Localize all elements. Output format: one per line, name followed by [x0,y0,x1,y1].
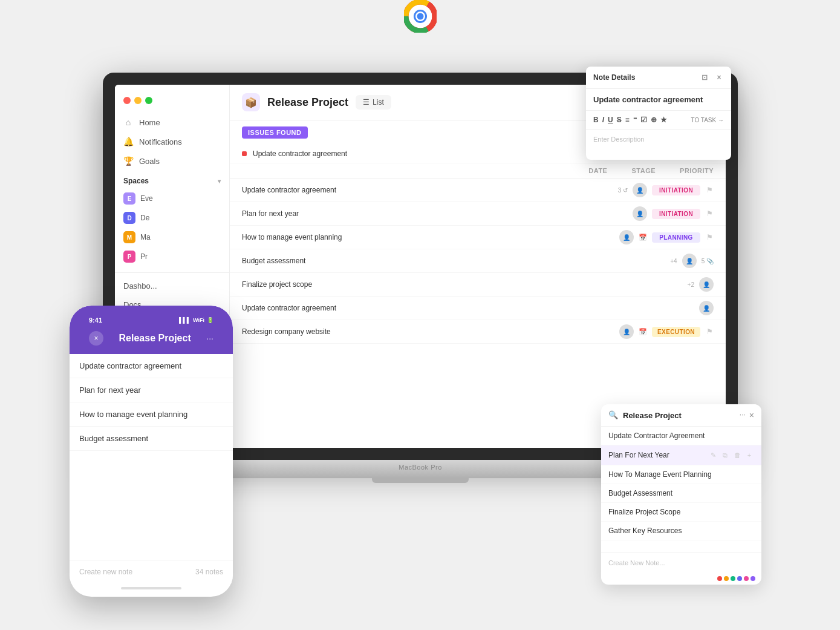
tab-list-button[interactable]: ☰ List [356,95,391,110]
avatar: 👤 [619,324,634,339]
project-title: Release Project [267,96,348,109]
minimize-button[interactable] [134,97,142,104]
maximize-button[interactable] [145,97,152,104]
dashboard-label: Dashbo... [123,281,157,290]
italic-button[interactable]: I [602,116,604,124]
avatar: 👤 [699,277,714,292]
strikethrough-button[interactable]: S [617,116,622,124]
notes-list-item[interactable]: Plan For Next Year ✎ ⧉ 🗑 + [601,445,761,465]
table-row[interactable]: How to manage event planning 👤 📅 PLANNIN… [230,226,726,249]
goals-label: Goals [139,157,160,166]
color-dot-indigo [737,576,742,581]
sidebar-item-home[interactable]: ⌂ Home [115,113,229,132]
space-item-product[interactable]: P Pr [115,247,229,266]
to-task-button[interactable]: TO TASK → [691,117,724,123]
macbook-notch [372,478,469,483]
note-toolbar: B I U S ≡ ⁼ ☑ ⊕ ★ TO TASK → [586,111,731,130]
link-button[interactable]: ⊕ [651,116,657,124]
color-dot-green [731,576,735,581]
table-row[interactable]: Update contractor agreement 👤 [230,297,726,320]
notes-list-item[interactable]: Gather Key Resources [601,522,761,540]
table-row[interactable]: Finalize project scope +2 👤 [230,273,726,297]
phone-status-bar: 9:41 ▌▌▌ WiFi 🔋 [79,312,223,326]
close-button[interactable] [123,97,131,104]
list-icon: ☰ [363,98,370,107]
add-icon[interactable]: + [744,450,754,460]
notes-list-item[interactable]: Update Contractor Agreement [601,427,761,445]
avatar: 👤 [619,230,634,244]
to-task-label: TO TASK → [691,117,724,123]
sidebar-item-dashboard[interactable]: Dashbo... [115,277,229,295]
notes-panel-header: 🔍 Release Project ··· × [601,404,761,427]
space-label-marketing: Ma [140,233,151,241]
close-popup-icon[interactable]: × [714,73,724,82]
edit-icon[interactable]: ✎ [708,450,718,460]
flag-icon: ⚑ [705,209,714,218]
spaces-label: Spaces [123,177,149,185]
sidebar-item-notifications[interactable]: 🔔 Notifications [115,132,229,151]
space-icon-marketing: M [123,231,135,243]
notes-list-item[interactable]: How To Manage Event Planning [601,465,761,484]
space-abbr-product: P [128,254,132,260]
underline-button[interactable]: U [608,116,613,124]
sidebar-item-goals[interactable]: 🏆 Goals [115,151,229,171]
header-date: DATE [588,167,607,174]
note-description-placeholder[interactable]: Enter Description [586,130,731,160]
chevron-down-icon[interactable]: ▾ [218,178,221,185]
restore-icon[interactable]: ⊡ [700,73,709,82]
checkbox-button[interactable]: ☑ [640,116,647,124]
phone-close-button[interactable]: × [89,331,103,346]
space-abbr-eve: E [128,195,132,202]
issues-task-text: Update contractor agreement [253,149,347,158]
space-abbr-design: D [127,215,131,221]
phone-note-item[interactable]: Plan for next year [70,378,233,402]
phone-footer: Create new note 34 notes [70,560,233,583]
task-dot [242,151,247,156]
table-row[interactable]: Update contractor agreement 3 ↺ 👤 INITIA… [230,179,726,202]
phone-more-button[interactable]: ··· [206,333,213,343]
create-note-input[interactable]: Create new note [79,568,132,576]
color-dot-purple [750,576,755,581]
ordered-list-button[interactable]: ⁼ [633,116,637,124]
popup-header: Note Details ⊡ × [586,67,731,89]
notes-list-item[interactable]: Finalize Project Scope [601,503,761,522]
phone-time: 9:41 [89,317,102,324]
space-item-marketing[interactable]: M Ma [115,228,229,247]
home-label: Home [139,118,160,127]
notes-panel-title: Release Project [623,411,735,420]
phone-home-indicator [121,587,181,589]
delete-icon[interactable]: 🗑 [732,450,742,460]
header-stage: STAGE [631,167,656,174]
close-icon: × [94,334,98,343]
table-row[interactable]: Redesign company website 👤 📅 EXECUTION ⚑ [230,320,726,344]
phone-note-item[interactable]: Budget assessment [70,427,233,451]
note-details-popup: Note Details ⊡ × Update contractor agree… [586,67,731,160]
space-label-eve: Eve [140,194,153,203]
space-abbr-marketing: M [127,234,132,241]
list-button[interactable]: ≡ [625,116,630,124]
space-item-design[interactable]: D De [115,208,229,228]
phone-note-item[interactable]: Update contractor agreement [70,354,233,378]
color-dot-yellow [724,576,729,581]
notes-more-button[interactable]: ··· [740,410,746,420]
phone-note-item[interactable]: How to manage event planning [70,402,233,427]
table-header: DATE STAGE PRIORITY [230,163,726,179]
stage-badge: INITIATION [652,185,700,195]
create-note-input[interactable]: Create New Note... [601,553,761,573]
search-icon[interactable]: 🔍 [608,410,618,420]
notifications-label: Notifications [139,137,182,146]
copy-icon[interactable]: ⧉ [720,450,730,460]
phone-project-title: Release Project [119,333,191,344]
header-priority: PRIORITY [680,167,714,174]
color-dot-pink [744,576,749,581]
table-row[interactable]: Budget assessment +4 👤 5 📎 [230,249,726,273]
star-button[interactable]: ★ [660,116,667,124]
calendar-icon: 📅 [639,234,647,241]
notes-panel-actions: ··· × [740,410,754,420]
calendar-icon-2: 📅 [639,328,647,336]
notes-list-item[interactable]: Budget Assessment [601,484,761,503]
table-row[interactable]: Plan for next year 👤 INITIATION ⚑ [230,202,726,226]
bold-button[interactable]: B [593,116,599,124]
space-item-eve[interactable]: E Eve [115,189,229,208]
notes-close-button[interactable]: × [749,410,754,420]
